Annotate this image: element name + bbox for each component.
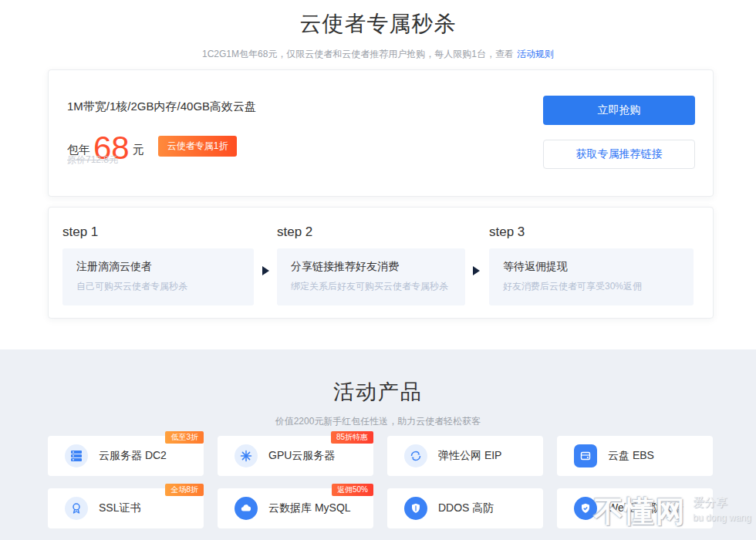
step-title: 等待返佣提现 [503,260,680,274]
product-card-ddos[interactable]: DDOS 高防 [387,488,543,528]
offer-card: 1M带宽/1核/2GB内存/40GB高效云盘 包年 68 元 云使者专属1折 原… [48,69,714,197]
discount-badge: 云使者专属1折 [158,136,238,157]
step-box: 分享链接推荐好友消费 绑定关系后好友可购买云使者专属秒杀 [277,248,465,305]
offer-specs: 1M带宽/1核/2GB内存/40GB高效云盘 [67,100,256,114]
database-cloud-icon [235,497,258,520]
hero-subtitle-text: 1C2G1M包年68元，仅限云使者和云使者推荐用户抢购，每人限购1台，查看 [202,49,514,59]
steps-card: step 1 注册滴滴云使者 自己可购买云使者专属秒杀 step 2 分享链接推… [48,207,714,319]
step-box: 注册滴滴云使者 自己可购买云使者专属秒杀 [62,248,254,305]
product-badge: 全场8折 [165,484,204,496]
gpu-icon [235,444,258,467]
products-section: 活动产品 价值2200元新手红包任性送，助力云使者轻松获客 云服务器 DC2 低… [0,349,756,540]
server-icon [65,444,88,467]
product-card-ssl[interactable]: SSL证书 全场8折 [48,488,204,528]
product-card-dc2[interactable]: 云服务器 DC2 低至3折 [48,436,204,476]
products-title: 活动产品 [0,378,756,406]
product-card-mysql[interactable]: 云数据库 MySQL 返佣50% [218,488,373,528]
product-card-eip[interactable]: 弹性公网 EIP [387,436,543,476]
step-arrow-icon [262,266,269,275]
waf-shield-icon [574,497,597,520]
original-price: 原价712.8元 [67,154,118,167]
step-title: 注册滴滴云使者 [76,260,240,274]
step-item-1: step 1 注册滴滴云使者 自己可购买云使者专属秒杀 [62,224,254,305]
price-unit: 元 [133,143,144,164]
get-referral-link-button[interactable]: 获取专属推荐链接 [543,140,695,169]
product-name: 弹性公网 EIP [438,449,501,463]
ssl-certificate-icon [65,497,88,520]
products-subtitle: 价值2200元新手红包任性送，助力云使者轻松获客 [0,415,756,428]
step-desc: 绑定关系后好友可购买云使者专属秒杀 [291,280,451,293]
shield-icon [404,497,427,520]
product-name: 云服务器 DC2 [99,449,167,463]
eip-refresh-icon [404,444,427,467]
step-label: step 3 [489,224,694,240]
step-label: step 2 [277,224,465,240]
step-item-3: step 3 等待返佣提现 好友消费后云使者可享受30%返佣 [489,224,694,305]
hero-section: 云使者专属秒杀 1C2G1M包年68元，仅限云使者和云使者推荐用户抢购，每人限购… [0,0,756,61]
step-desc: 好友消费后云使者可享受30%返佣 [503,280,680,293]
step-label: step 1 [62,224,254,240]
product-badge: 低至3折 [165,431,204,444]
activity-rules-link[interactable]: 活动规则 [517,49,554,59]
product-name: 云数据库 MySQL [268,501,351,515]
product-grid: 云服务器 DC2 低至3折 GPU云服务器 85折特惠 弹性公网 EIP 云盘 … [48,436,714,528]
product-name: GPU云服务器 [268,449,335,463]
hero-subtitle: 1C2G1M包年68元，仅限云使者和云使者推荐用户抢购，每人限购1台，查看活动规… [0,48,756,61]
step-arrow-icon [473,266,480,275]
step-box: 等待返佣提现 好友消费后云使者可享受30%返佣 [489,248,694,305]
page-title: 云使者专属秒杀 [0,9,756,39]
product-card-ebs[interactable]: 云盘 EBS [557,436,713,476]
step-desc: 自己可购买云使者专属秒杀 [76,280,240,293]
product-name: 云盘 EBS [608,449,654,463]
product-name: SSL证书 [99,501,140,515]
product-badge: 返佣50% [332,484,373,496]
product-card-gpu[interactable]: GPU云服务器 85折特惠 [218,436,373,476]
product-card-waf[interactable]: Web应用防火墙 [557,488,713,528]
product-name: DDOS 高防 [438,501,494,515]
disk-icon [574,444,597,467]
buy-now-button[interactable]: 立即抢购 [543,96,695,125]
product-name: Web应用防火墙 [608,501,684,515]
step-title: 分享链接推荐好友消费 [291,260,451,274]
step-item-2: step 2 分享链接推荐好友消费 绑定关系后好友可购买云使者专属秒杀 [277,224,465,305]
product-badge: 85折特惠 [331,431,373,444]
